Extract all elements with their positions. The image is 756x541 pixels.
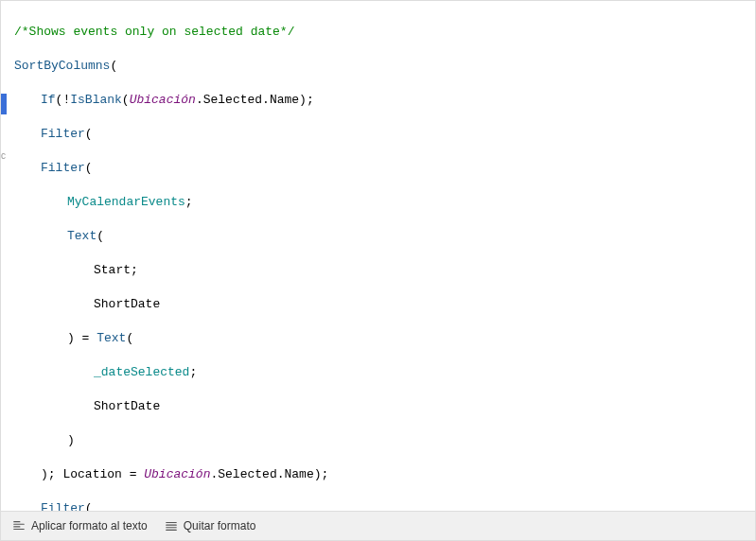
paren: ) <box>67 331 75 345</box>
mycal: MyCalendarEvents <box>67 195 185 209</box>
paren: ( <box>85 161 93 175</box>
prop: .Selected.Name <box>196 93 299 107</box>
semi: ; <box>131 263 138 277</box>
eq: = <box>122 467 144 481</box>
paren: ( <box>85 501 93 511</box>
paren: ( <box>85 127 93 141</box>
semi: ; <box>322 467 329 481</box>
comment: /*Shows events only on selected date*/ <box>14 25 294 39</box>
close: ); <box>41 467 56 481</box>
format-button[interactable]: Aplicar formato al texto <box>12 519 148 532</box>
eq: = <box>75 331 97 345</box>
ident-ubic: Ubicación <box>144 467 210 481</box>
gutter-char: c <box>1 150 6 161</box>
fn-text: Text <box>97 331 126 345</box>
paren: ( <box>122 93 130 107</box>
remove-format-button[interactable]: Quitar formato <box>165 519 256 532</box>
semi: ; <box>185 195 193 209</box>
fn-filter: Filter <box>41 127 85 141</box>
shortdate: ShortDate <box>94 297 160 311</box>
shortdate: ShortDate <box>94 399 160 413</box>
prop: .Selected.Name <box>210 467 313 481</box>
paren: ) <box>67 433 75 447</box>
fn-filter: Filter <box>41 161 85 175</box>
format-icon <box>12 519 26 532</box>
paren: ( <box>97 229 104 243</box>
format-toolbar: Aplicar formato al texto Quitar formato <box>1 511 755 540</box>
ident-ubic: Ubicación <box>130 93 196 107</box>
editor-container: c /*Shows events only on selected date*/… <box>0 0 756 541</box>
error-marker <box>1 94 7 114</box>
fn-text: Text <box>67 229 97 243</box>
semi: ; <box>307 93 314 107</box>
paren: ( <box>110 59 117 73</box>
start: Start <box>94 263 131 277</box>
paren: ( <box>126 331 133 345</box>
fn-isblank: IsBlank <box>70 93 122 107</box>
fn-filter: Filter <box>41 501 85 511</box>
fn-sort: SortByColumns <box>14 59 110 73</box>
location: Location <box>62 467 121 481</box>
paren: ) <box>314 467 322 481</box>
remove-format-icon <box>165 519 178 532</box>
code-editor[interactable]: /*Shows events only on selected date*/ S… <box>1 1 755 511</box>
format-label: Aplicar formato al texto <box>31 519 148 532</box>
remove-format-label: Quitar formato <box>184 519 256 532</box>
semi: ; <box>189 365 197 379</box>
datesel: _dateSelected <box>94 365 189 379</box>
fn-if: If <box>41 93 56 107</box>
paren: ) <box>299 93 307 107</box>
